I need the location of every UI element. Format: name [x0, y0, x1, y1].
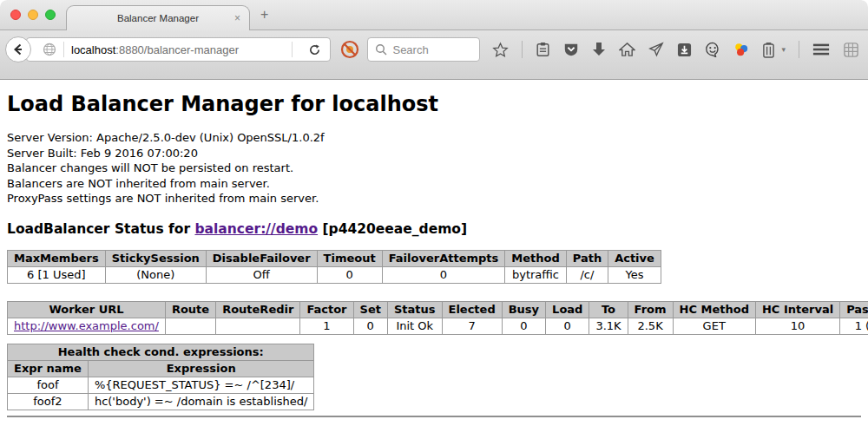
url-bar[interactable]: localhost:8880/balancer-manager — [26, 37, 331, 62]
window-minimize-button[interactable] — [28, 10, 38, 20]
reload-button[interactable] — [299, 43, 330, 56]
cell-elected: 7 — [442, 318, 502, 334]
col-passes: Passes — [840, 301, 868, 318]
plugin-blocked-icon[interactable] — [339, 39, 360, 60]
col-timeout: Timeout — [317, 250, 382, 266]
cell-to: 3.1K — [589, 318, 628, 334]
proxypass-warning-line: ProxyPass settings are NOT inherited fro… — [7, 191, 861, 206]
bookmark-star-button[interactable] — [492, 42, 509, 58]
bookmarks-menu-button[interactable] — [536, 42, 550, 57]
window-controls — [10, 10, 56, 20]
toolbar-separator-2 — [799, 41, 799, 58]
cell-stickysession: (None) — [105, 266, 206, 283]
toolbar-icons: ▾ — [492, 36, 859, 62]
health-check-table: Health check cond. expressions: Expr nam… — [7, 344, 314, 410]
col-worker-url: Worker URL — [8, 301, 166, 318]
back-arrow-icon — [11, 43, 25, 56]
cell-expr-name: foof2 — [8, 393, 89, 410]
worker-url-link[interactable]: http://www.example.com/ — [14, 319, 159, 332]
status-suffix: [p4420eeae_demo] — [318, 221, 467, 237]
home-icon — [619, 42, 635, 57]
col-to: To — [589, 301, 628, 318]
reload-icon — [308, 43, 321, 56]
downloads-button[interactable] — [592, 42, 606, 57]
col-busy: Busy — [502, 301, 545, 318]
colored-dots-addon-button[interactable] — [733, 42, 749, 57]
col-status: Status — [387, 301, 442, 318]
table-header-row: Expr name Expression — [8, 360, 314, 377]
balancer-demo-link[interactable]: balancer://demo — [194, 221, 318, 237]
cell-expression: hc('body') =~ /domain is established/ — [88, 393, 314, 410]
home-button[interactable] — [619, 42, 635, 57]
col-maxmembers: MaxMembers — [8, 250, 106, 266]
server-info: Server Version: Apache/2.5.0-dev (Unix) … — [7, 130, 861, 206]
health-row: foof2 hc('body') =~ /domain is establish… — [8, 393, 314, 410]
cell-timeout: 0 — [317, 266, 382, 283]
pocket-button[interactable] — [563, 42, 579, 57]
cell-routeredir — [216, 318, 300, 334]
col-expr-name: Expr name — [8, 360, 89, 377]
col-stickysession: StickySession — [105, 250, 206, 266]
window-close-button[interactable] — [10, 10, 21, 20]
cell-active: Yes — [608, 266, 661, 283]
col-from: From — [628, 301, 673, 318]
col-set: Set — [353, 301, 387, 318]
url-text[interactable]: localhost:8880/balancer-manager — [71, 43, 292, 56]
window-zoom-button[interactable] — [45, 10, 56, 20]
search-bar[interactable]: Search — [367, 37, 480, 62]
cell-busy: 0 — [502, 318, 545, 334]
save-addon-button[interactable] — [677, 43, 692, 57]
cell-route — [165, 318, 215, 334]
chat-addon-button[interactable] — [705, 42, 720, 57]
cell-passes: 1 (0) — [840, 318, 868, 334]
star-icon — [492, 42, 509, 58]
tab-bar: Balancer Manager × + — [0, 0, 868, 30]
toolbar-separator — [522, 41, 523, 58]
clipboard-icon — [536, 42, 550, 57]
cell-path: /c/ — [566, 266, 608, 283]
page-content: Load Balancer Manager for localhost Serv… — [0, 80, 868, 417]
col-disablefailover: DisableFailover — [206, 250, 317, 266]
worker-row: http://www.example.com/ 1 0 Init Ok 7 0 … — [8, 318, 868, 334]
table-row: 6 [1 Used] (None) Off 0 0 bytraffic /c/ … — [8, 266, 661, 283]
col-elected: Elected — [442, 301, 502, 318]
search-placeholder: Search — [392, 43, 428, 56]
tab-close-icon[interactable]: × — [234, 12, 240, 24]
table-header-row: Worker URL Route RouteRedir Factor Set S… — [8, 301, 868, 318]
col-expression: Expression — [88, 360, 314, 377]
hamburger-icon — [812, 43, 830, 56]
col-load: Load — [546, 301, 589, 318]
battery-addon-button[interactable] — [762, 42, 775, 58]
identity-separator — [63, 42, 64, 57]
grid-addon-button[interactable] — [843, 42, 859, 58]
download-arrow-icon — [592, 42, 606, 57]
col-factor: Factor — [300, 301, 353, 318]
persist-warning-line: Balancer changes will NOT be persisted o… — [7, 161, 861, 176]
cell-method: bytraffic — [505, 266, 566, 283]
globe-icon — [43, 43, 56, 56]
cell-from: 2.5K — [628, 318, 673, 334]
cell-hc-interval: 10 — [755, 318, 839, 334]
tab-balancer-manager[interactable]: Balancer Manager × — [66, 5, 250, 30]
page-title: Load Balancer Manager for localhost — [7, 92, 861, 116]
cell-maxmembers: 6 [1 Used] — [8, 266, 106, 283]
health-row: foof %{REQUEST_STATUS} =~ /^[234]/ — [8, 377, 314, 393]
cell-hc-method: GET — [673, 318, 755, 334]
chevron-down-icon[interactable]: ▾ — [781, 45, 786, 54]
search-icon — [375, 43, 387, 56]
tab-title: Balancer Manager — [117, 13, 199, 23]
col-route: Route — [165, 301, 215, 318]
new-tab-button[interactable]: + — [260, 7, 268, 23]
back-button[interactable] — [5, 36, 31, 62]
cell-disablefailover: Off — [206, 266, 317, 283]
menu-button[interactable] — [812, 43, 830, 56]
send-button[interactable] — [648, 42, 664, 57]
col-path: Path — [566, 250, 608, 266]
navigation-toolbar: localhost:8880/balancer-manager Search — [0, 30, 868, 80]
bottom-rule — [7, 416, 861, 417]
cell-expr-name: foof — [8, 377, 89, 393]
loadbalancer-status-heading: LoadBalancer Status for balancer://demo … — [7, 221, 861, 237]
col-routeredir: RouteRedir — [216, 301, 300, 318]
col-active: Active — [608, 250, 661, 266]
worker-table: Worker URL Route RouteRedir Factor Set S… — [7, 301, 868, 335]
